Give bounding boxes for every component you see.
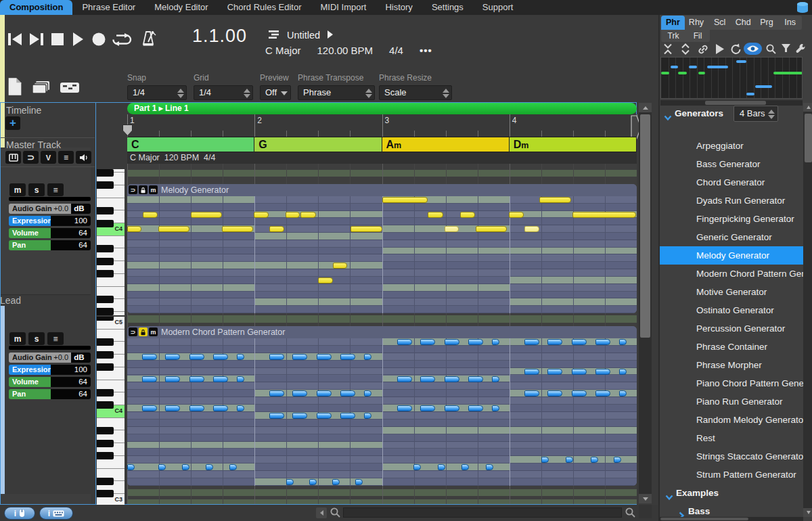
- play-phrase-icon[interactable]: [715, 43, 725, 58]
- midi-note[interactable]: [300, 212, 316, 218]
- mute-button-lead[interactable]: m: [9, 183, 26, 196]
- magnet-icon[interactable]: ⊃: [129, 327, 137, 336]
- midi-note[interactable]: [206, 464, 213, 470]
- filter-icon[interactable]: [781, 43, 791, 56]
- phrase-melody-generator[interactable]: ⊃mMelody Generator: [127, 184, 637, 313]
- refresh-icon[interactable]: [730, 43, 742, 58]
- tempo-display[interactable]: 120.00 BPM: [317, 45, 374, 56]
- pianoroll-vscrollbar[interactable]: [639, 103, 652, 503]
- midi-note[interactable]: [572, 390, 587, 397]
- midi-note[interactable]: [595, 339, 610, 345]
- midi-note[interactable]: [524, 369, 539, 375]
- piano-key-black[interactable]: [97, 169, 114, 177]
- pianoroll-hscrollbar[interactable]: [343, 507, 622, 518]
- phrase-list-icon[interactable]: [268, 30, 279, 39]
- list-button[interactable]: ≡: [58, 151, 74, 164]
- menu-tab-support[interactable]: Support: [473, 0, 523, 15]
- time-signature[interactable]: 4/4: [389, 45, 403, 56]
- tree-item-phrase-container[interactable]: Phrase Container: [660, 338, 803, 356]
- param-expression-lead[interactable]: Expression100: [9, 216, 91, 226]
- midi-note[interactable]: [254, 212, 269, 218]
- midi-note[interactable]: [428, 212, 443, 218]
- tab-rhy[interactable]: Rhy: [685, 16, 708, 30]
- tree-item-motive-generator[interactable]: Motive Generator: [660, 283, 803, 301]
- solo-button-chords[interactable]: s: [28, 332, 45, 345]
- tab-chd[interactable]: Chd: [731, 16, 755, 30]
- dropdown-arrow-icon[interactable]: [281, 91, 288, 95]
- piano-key-black[interactable]: [97, 338, 114, 346]
- midi-note[interactable]: [340, 413, 355, 419]
- copies-icon[interactable]: [31, 80, 51, 95]
- param-pan-lead[interactable]: Pan64: [9, 240, 91, 250]
- midi-note[interactable]: [143, 212, 158, 218]
- param-expression-chords[interactable]: Expression100: [9, 365, 91, 375]
- menu-button-lead[interactable]: ≡: [47, 183, 64, 196]
- midi-note[interactable]: [182, 464, 189, 470]
- tree-hscrollbar[interactable]: [660, 517, 803, 521]
- add-part-button[interactable]: +: [5, 116, 20, 130]
- piano-key-black[interactable]: [97, 258, 114, 265]
- speaker-button[interactable]: [76, 151, 91, 164]
- tree-item-rest[interactable]: Rest: [660, 429, 803, 447]
- menu-tab-midi-import[interactable]: MIDI Import: [311, 0, 376, 15]
- midi-note[interactable]: [547, 339, 562, 345]
- midi-note[interactable]: [382, 197, 428, 203]
- midi-note[interactable]: [318, 277, 333, 284]
- tree-scroll-down-button[interactable]: [803, 508, 812, 517]
- piano-key-black[interactable]: [97, 401, 114, 409]
- chevron-down-icon[interactable]: [665, 489, 673, 497]
- midi-note[interactable]: [460, 212, 475, 218]
- midi-note[interactable]: [191, 212, 222, 218]
- midi-note[interactable]: [595, 369, 610, 375]
- midi-note[interactable]: [351, 226, 382, 232]
- menu-tab-history[interactable]: History: [376, 0, 422, 15]
- piano-key-black[interactable]: [97, 363, 114, 371]
- midi-note[interactable]: [445, 339, 459, 345]
- tree-item-ostinato-generator[interactable]: Ostinato Generator: [660, 301, 803, 319]
- midi-note[interactable]: [213, 405, 228, 411]
- piano-keyboard-chords[interactable]: C5C4C3: [97, 317, 125, 505]
- midi-note[interactable]: [317, 413, 332, 419]
- midi-note[interactable]: [286, 479, 294, 485]
- midi-note[interactable]: [213, 376, 228, 382]
- midi-note[interactable]: [413, 464, 421, 470]
- param-pan-chords[interactable]: Pan64: [9, 389, 91, 399]
- solo-button-lead[interactable]: s: [28, 183, 45, 196]
- midi-note[interactable]: [461, 464, 469, 470]
- midi-note[interactable]: [222, 226, 253, 232]
- midi-note[interactable]: [309, 479, 317, 485]
- selector-grid[interactable]: 1/4: [194, 85, 253, 100]
- midi-note[interactable]: [486, 464, 493, 470]
- spinner-arrows-icon[interactable]: [244, 89, 250, 98]
- piano-key-black[interactable]: [97, 296, 114, 303]
- midi-note[interactable]: [165, 354, 180, 360]
- piano-key-black[interactable]: [97, 270, 114, 277]
- midi-note[interactable]: [364, 413, 371, 419]
- piano-key-black[interactable]: [97, 220, 114, 227]
- mute-icon[interactable]: m: [149, 185, 158, 194]
- tab-scl[interactable]: Scl: [708, 16, 731, 30]
- track-color-strip-lead[interactable]: [0, 0, 5, 148]
- midi-note[interactable]: [468, 339, 483, 345]
- database-icon[interactable]: [796, 1, 809, 16]
- chevron-right-icon[interactable]: [677, 507, 685, 516]
- midi-note[interactable]: [397, 405, 412, 411]
- midi-note[interactable]: [438, 464, 445, 470]
- midi-note[interactable]: [539, 197, 571, 203]
- midi-note[interactable]: [364, 354, 371, 360]
- midi-note[interactable]: [165, 405, 180, 411]
- midi-note[interactable]: [213, 354, 228, 360]
- phrase-header-melody-generator[interactable]: ⊃mMelody Generator: [127, 184, 637, 196]
- midi-note[interactable]: [127, 464, 135, 470]
- tree-item-fingerpicking-generator[interactable]: Fingerpicking Generator: [660, 210, 803, 228]
- menu-tab-melody-editor[interactable]: Melody Editor: [145, 0, 217, 15]
- magnet-icon[interactable]: ⊃: [129, 185, 137, 194]
- tree-scroll-thumb[interactable]: [805, 114, 812, 162]
- more-options-button[interactable]: •••: [420, 45, 432, 56]
- midi-note[interactable]: [445, 226, 459, 232]
- midi-note[interactable]: [165, 376, 180, 382]
- magnet-button[interactable]: ⊃: [23, 151, 39, 164]
- midi-note[interactable]: [397, 339, 412, 345]
- midi-note[interactable]: [492, 339, 499, 345]
- midi-note[interactable]: [269, 226, 284, 232]
